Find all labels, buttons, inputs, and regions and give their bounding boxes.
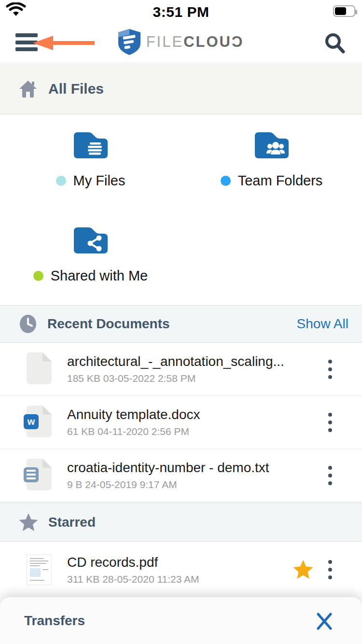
folder-label: Shared with Me	[51, 268, 148, 284]
file-name: Annuity template.docx	[67, 407, 200, 422]
file-generic-icon	[27, 352, 52, 384]
close-icon[interactable]	[315, 611, 334, 630]
show-all-link[interactable]: Show All	[297, 316, 348, 332]
folder-lines-icon	[71, 129, 111, 161]
file-name: croatia-identity-number - demo.txt	[67, 460, 269, 476]
file-meta: 61 KB 04-11-2020 2:56 PM	[67, 426, 200, 437]
home-icon	[18, 80, 38, 98]
star-icon[interactable]	[292, 559, 314, 580]
folder-label: My Files	[73, 173, 125, 189]
app-header: FILECLOUƆ	[0, 21, 362, 63]
folder-grid: My Files Team Folders	[0, 115, 362, 305]
transfers-bottom-sheet: Transfers	[0, 597, 362, 644]
logo-shield-icon	[118, 29, 140, 55]
kebab-menu-icon[interactable]	[320, 556, 341, 583]
star-section-icon	[18, 513, 39, 532]
word-badge: w	[24, 414, 39, 429]
folder-label: Team Folders	[238, 173, 323, 189]
status-dot	[33, 271, 43, 281]
file-meta: 9 B 24-05-2019 9:17 AM	[67, 479, 269, 490]
kebab-menu-icon[interactable]	[320, 356, 341, 383]
file-row[interactable]: CD records.pdf 311 KB 28-05-2020 11:23 A…	[0, 542, 362, 598]
status-time: 3:51 PM	[0, 4, 362, 20]
status-dot	[221, 176, 231, 186]
section-title: Recent Documents	[47, 316, 170, 332]
recent-documents-header: Recent Documents Show All	[0, 305, 362, 343]
filecloud-app-screen: 3:51 PM FILECLOUƆ	[0, 0, 362, 644]
folder-share-icon	[71, 224, 111, 256]
clock-icon	[18, 314, 38, 334]
file-row[interactable]: croatia-identity-number - demo.txt 9 B 2…	[0, 449, 362, 502]
file-meta: 185 KB 03-05-2022 2:58 PM	[67, 373, 284, 384]
folder-tile-team-folders[interactable]: Team Folders	[181, 129, 362, 189]
section-title: Starred	[48, 515, 96, 530]
logo-wordmark: FILECLOUƆ	[146, 33, 244, 51]
status-dot	[56, 176, 66, 186]
folder-people-icon	[252, 129, 292, 161]
filecloud-logo: FILECLOUƆ	[0, 21, 362, 63]
file-row[interactable]: architectural_-_annotation_scaling... 18…	[0, 343, 362, 396]
file-name: architectural_-_annotation_scaling...	[67, 354, 284, 369]
battery-icon	[333, 5, 355, 17]
file-row[interactable]: w Annuity template.docx 61 KB 04-11-2020…	[0, 396, 362, 449]
starred-file-list: CD records.pdf 311 KB 28-05-2020 11:23 A…	[0, 542, 362, 598]
kebab-menu-icon[interactable]	[320, 462, 341, 489]
search-icon[interactable]	[324, 32, 346, 54]
recent-file-list: architectural_-_annotation_scaling... 18…	[0, 343, 362, 502]
folder-tile-shared-with-me[interactable]: Shared with Me	[0, 224, 181, 284]
folder-tile-my-files[interactable]: My Files	[0, 129, 181, 189]
kebab-menu-icon[interactable]	[320, 409, 341, 436]
pdf-thumbnail	[27, 554, 52, 585]
starred-header: Starred	[0, 503, 362, 542]
text-badge	[24, 467, 39, 482]
status-bar: 3:51 PM	[0, 0, 362, 21]
breadcrumb-label: All Files	[48, 81, 104, 97]
breadcrumb[interactable]: All Files	[0, 64, 362, 114]
transfers-title: Transfers	[24, 613, 85, 629]
file-meta: 311 KB 28-05-2020 11:23 AM	[67, 574, 199, 585]
file-name: CD records.pdf	[67, 555, 199, 570]
